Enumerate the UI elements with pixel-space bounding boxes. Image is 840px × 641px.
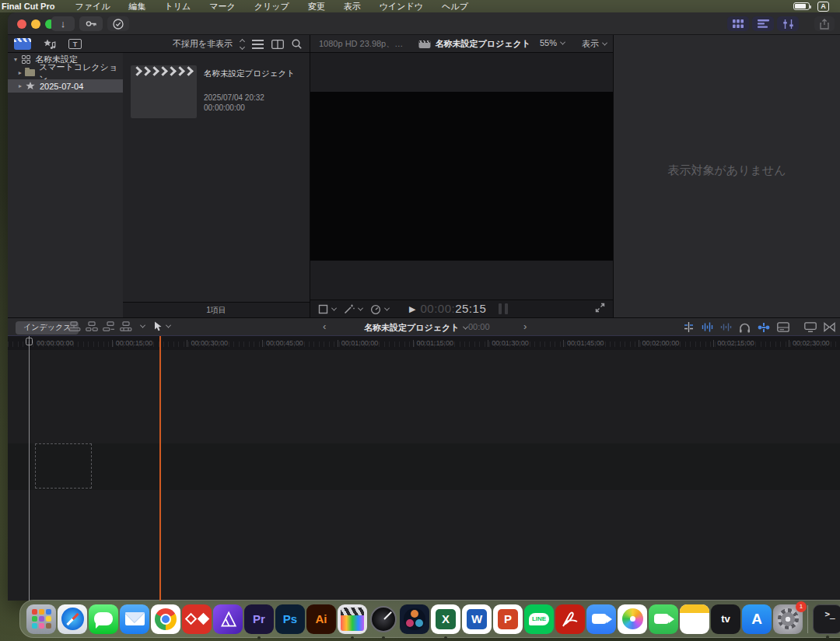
dock-final-cut-pro-icon[interactable] xyxy=(338,604,367,634)
filter-updown-icon[interactable] xyxy=(240,40,244,49)
timeline-ruler[interactable]: 00:00:00:0000:00:15:0000:00:30:0000:00:4… xyxy=(8,336,840,350)
clip-appearance-icon[interactable] xyxy=(777,322,789,332)
chevron-down-icon[interactable] xyxy=(140,323,145,328)
storyline-drop-placeholder[interactable] xyxy=(35,443,92,489)
sidebar-item-スマートコレクション[interactable]: ▸スマートコレクション xyxy=(8,66,123,79)
show-browser-button[interactable] xyxy=(727,16,749,31)
timeline-area[interactable] xyxy=(8,350,840,601)
dock-line-icon[interactable]: LINE xyxy=(524,604,554,634)
background-tasks-button[interactable] xyxy=(107,16,129,31)
menu-item[interactable]: ウインドウ xyxy=(380,2,423,11)
search-icon[interactable] xyxy=(292,39,302,49)
connect-clip-icon[interactable] xyxy=(68,321,81,331)
timeline-project-dropdown[interactable]: 名称未設定プロジェクト xyxy=(364,322,467,334)
battery-icon xyxy=(793,2,810,10)
dock-app-store-icon[interactable]: A xyxy=(742,604,772,634)
dock-acrobat-icon[interactable] xyxy=(555,604,585,634)
menu-item[interactable]: 変更 xyxy=(308,2,325,11)
solo-icon[interactable] xyxy=(720,321,732,333)
filmstrip-view-icon[interactable] xyxy=(271,40,284,49)
dock-apple-tv-icon[interactable]: tv xyxy=(711,604,740,634)
list-view-icon[interactable] xyxy=(252,40,264,49)
input-source-icon[interactable]: A xyxy=(817,2,829,12)
playhead-line[interactable] xyxy=(29,336,30,601)
next-project-button[interactable]: › xyxy=(523,320,527,332)
dock-photos-icon[interactable] xyxy=(618,604,647,634)
retime-dropdown[interactable] xyxy=(370,304,389,314)
dock-davinci-resolve-icon[interactable] xyxy=(400,604,429,634)
dock-messages-icon[interactable] xyxy=(89,604,118,634)
overwrite-clip-icon[interactable] xyxy=(120,321,132,331)
play-button[interactable]: ▶ xyxy=(409,304,415,314)
menu-item[interactable]: 編集 xyxy=(128,2,145,11)
project-format-label[interactable]: 1080p HD 23.98p、… xyxy=(319,38,403,50)
share-button[interactable] xyxy=(814,16,835,31)
audio-meters[interactable] xyxy=(499,303,508,314)
dock-excel-icon[interactable]: X xyxy=(431,604,460,634)
dock-word-icon[interactable]: W xyxy=(462,604,492,634)
viewer-zoom-dropdown[interactable]: 55% xyxy=(540,38,565,47)
menu-item[interactable]: 表示 xyxy=(344,2,361,11)
inspector-pane: 表示対象がありません xyxy=(614,35,840,317)
disclosure-triangle-icon[interactable]: ▸ xyxy=(16,82,25,89)
viewer-view-dropdown[interactable]: 表示 xyxy=(582,38,607,50)
dock-photoshop-icon[interactable]: Ps xyxy=(275,604,305,634)
dock-system-settings-icon[interactable]: 1 xyxy=(773,604,803,634)
dock-powerpoint-icon[interactable]: P xyxy=(493,604,523,634)
clip-filter-dropdown[interactable]: 不採用を非表示 xyxy=(173,38,233,50)
current-timecode: 00:00:25:15 xyxy=(420,302,486,316)
video-canvas[interactable] xyxy=(310,92,613,261)
chevron-down-icon xyxy=(560,39,565,44)
monitor-icon[interactable] xyxy=(804,322,817,332)
menu-item[interactable]: トリム xyxy=(164,2,191,11)
previous-project-button[interactable]: ‹ xyxy=(323,320,326,332)
minimize-button[interactable] xyxy=(31,19,40,29)
bowtie-icon[interactable] xyxy=(824,322,835,332)
menu-item[interactable]: ヘルプ xyxy=(442,2,468,11)
dock-safari-icon[interactable] xyxy=(58,604,87,634)
skimming-icon[interactable] xyxy=(683,321,695,333)
dock-premiere-pro-icon[interactable]: Pr xyxy=(244,604,274,634)
dock-zoom-icon[interactable] xyxy=(586,604,616,634)
photos-audio-sidebar-button[interactable] xyxy=(44,38,56,51)
viewer-project-name[interactable]: 名称未設定プロジェクト xyxy=(435,38,530,50)
sidebar-item-2025-07-04[interactable]: ▸2025-07-04 xyxy=(8,79,123,93)
dock-red-diamond-app-icon[interactable] xyxy=(182,604,212,634)
crop-tool-dropdown[interactable] xyxy=(318,304,336,314)
dock-facetime-icon[interactable] xyxy=(649,604,678,634)
dock-notes-icon[interactable] xyxy=(680,604,709,634)
disclosure-triangle-icon[interactable]: ▸ xyxy=(16,69,25,76)
dock-chrome-icon[interactable] xyxy=(151,604,180,634)
close-button[interactable] xyxy=(17,19,26,29)
dock-affinity-photo-icon[interactable] xyxy=(213,604,243,634)
snapping-icon[interactable] xyxy=(758,322,770,333)
import-button[interactable]: ↓ xyxy=(51,16,75,31)
clip-title[interactable]: 名称未設定プロジェクト xyxy=(204,68,297,78)
share-icon xyxy=(820,19,829,30)
app-glyph: Pr xyxy=(253,612,265,625)
fullscreen-button[interactable] xyxy=(595,302,605,316)
keywords-button[interactable] xyxy=(79,16,103,31)
show-inspector-button[interactable] xyxy=(777,16,799,31)
menu-app-name[interactable]: Final Cut Pro xyxy=(2,2,54,11)
project-thumbnail[interactable] xyxy=(131,65,197,118)
running-indicator-dot xyxy=(444,636,447,639)
audio-skimming-icon[interactable] xyxy=(702,321,713,333)
dock-launchpad-icon[interactable] xyxy=(26,604,56,634)
dock-mail-icon[interactable] xyxy=(120,604,149,634)
insert-clip-icon[interactable] xyxy=(86,321,98,331)
dock-illustrator-icon[interactable]: Ai xyxy=(306,604,336,634)
tool-select-dropdown[interactable] xyxy=(154,321,170,331)
menu-item[interactable]: マーク xyxy=(209,2,236,11)
titles-generators-button[interactable]: T xyxy=(68,39,82,49)
show-projects-button[interactable] xyxy=(14,38,31,50)
append-clip-icon[interactable] xyxy=(103,321,115,331)
disclosure-triangle-icon[interactable]: ▾ xyxy=(11,56,20,63)
headphones-icon[interactable] xyxy=(739,322,751,333)
menu-item[interactable]: クリップ xyxy=(254,2,289,11)
effects-tool-dropdown[interactable] xyxy=(344,304,362,314)
dock-terminal-icon[interactable]: >_ xyxy=(813,604,840,634)
menu-item[interactable]: ファイル xyxy=(75,2,110,11)
dock-disk-speed-test-icon[interactable] xyxy=(369,604,398,634)
show-timeline-button[interactable] xyxy=(752,16,774,31)
